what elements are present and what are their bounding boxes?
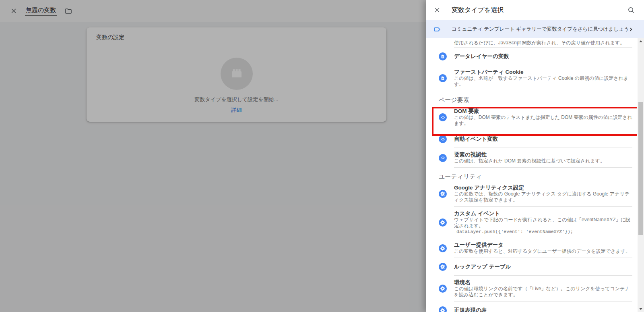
gear-icon: [439, 306, 447, 312]
section-header: ページ要素: [426, 91, 637, 104]
item-title: ファーストパーティ Cookie: [454, 69, 633, 75]
search-icon[interactable]: [626, 5, 636, 15]
item-description: この変数を使用すると、対応するタグにユーザー提供のデータを設定できます。: [454, 248, 633, 254]
item-title: カスタム イベント: [454, 210, 633, 217]
gear-icon: [439, 285, 447, 293]
variable-type-item[interactable]: データレイヤーの変数: [426, 48, 637, 65]
code-icon: [439, 154, 447, 162]
item-description: ウェブサイトで下記のコードが実行されると、この値は「eventNameXYZ」に…: [454, 217, 633, 229]
variable-type-panel: 変数タイプを選択 コミュニティ テンプレート ギャラリーで変数タイプをさらに見つ…: [426, 0, 644, 312]
code-icon: [439, 113, 447, 121]
item-description: 使用されるたびに、JavaScript 関数が実行され、その戻り値が使用されます…: [454, 40, 633, 46]
item-title: ユーザー提供データ: [454, 242, 633, 248]
document-icon: [439, 74, 447, 82]
gear-icon: [439, 263, 447, 271]
item-description: この値は、名前が一致するファーストパーティ Cookie の最初の値に設定されま…: [454, 75, 633, 87]
variable-type-item[interactable]: 要素の視認性この値は、指定された DOM 要素の視認性に基づいて設定されます。: [426, 148, 637, 168]
item-title: DOM 要素: [454, 108, 633, 114]
dim-overlay[interactable]: [0, 0, 426, 312]
panel-header: 変数タイプを選択: [426, 0, 644, 20]
gear-icon: [439, 218, 447, 227]
item-description: この値は、DOM 要素のテキストまたは指定した DOM 要素の属性の値に設定され…: [454, 114, 633, 127]
chevron-right-icon: [628, 26, 634, 33]
item-title: データレイヤーの変数: [454, 53, 633, 60]
document-icon: [439, 52, 447, 60]
scrollbar-thumb[interactable]: [638, 102, 643, 235]
variable-type-item[interactable]: 自動イベント変数: [426, 130, 637, 148]
item-title: 環境名: [454, 279, 633, 286]
item-code: dataLayer.push({'event': 'eventNameXYZ'}…: [454, 229, 633, 235]
variable-type-item[interactable]: カスタム イベントウェブサイトで下記のコードが実行されると、この値は「event…: [426, 207, 637, 238]
panel-title: 変数タイプを選択: [452, 6, 626, 15]
item-description: この値は環境リンクの名前です（「Live」など）。このリンクを使ってコンテナを読…: [454, 286, 633, 298]
gear-icon: [439, 190, 447, 198]
variable-type-item[interactable]: ファーストパーティ Cookieこの値は、名前が一致するファーストパーティ Co…: [426, 65, 637, 91]
scroll-up-button[interactable]: [638, 38, 644, 45]
variable-type-item[interactable]: Google アナリティクス設定この変数では、複数の Google アナリティク…: [426, 181, 637, 207]
gear-icon: [439, 244, 447, 252]
template-gallery-icon: [432, 25, 442, 34]
scroll-down-button[interactable]: [638, 306, 644, 312]
scrollbar[interactable]: [638, 38, 644, 312]
item-title: Google アナリティクス設定: [454, 185, 633, 191]
item-description: この変数では、複数の Google アナリティクス タグに適用する Google…: [454, 191, 633, 203]
variable-type-item[interactable]: 環境名この値は環境リンクの名前です（「Live」など）。このリンクを使ってコンテ…: [426, 276, 637, 302]
template-gallery-banner[interactable]: コミュニティ テンプレート ギャラリーで変数タイプをさらに見つけましょう: [426, 20, 644, 38]
item-title: ルックアップ テーブル: [454, 264, 633, 270]
section-header: ユーティリティ: [426, 168, 637, 181]
main-workspace: 無題の変数 変数の設定 変数タイプを選択して設定を開始... 詳細: [0, 0, 426, 312]
variable-type-item-clipped[interactable]: 使用されるたびに、JavaScript 関数が実行され、その戻り値が使用されます…: [426, 38, 637, 48]
banner-text: コミュニティ テンプレート ギャラリーで変数タイプをさらに見つけましょう: [452, 26, 628, 33]
variable-type-item[interactable]: ユーザー提供データこの変数を使用すると、対応するタグにユーザー提供のデータを設定…: [426, 238, 637, 258]
variable-type-item[interactable]: ルックアップ テーブル: [426, 258, 637, 276]
item-title: 正規表現の表: [454, 307, 633, 312]
variable-type-item[interactable]: DOM 要素この値は、DOM 要素のテキストまたは指定した DOM 要素の属性の…: [426, 104, 637, 130]
variable-type-item[interactable]: 正規表現の表: [426, 302, 637, 312]
variable-type-list: 使用されるたびに、JavaScript 関数が実行され、その戻り値が使用されます…: [426, 38, 637, 312]
close-panel-button[interactable]: [432, 5, 442, 15]
item-description: この値は、指定された DOM 要素の視認性に基づいて設定されます。: [454, 158, 633, 164]
item-title: 要素の視認性: [454, 152, 633, 158]
item-title: 自動イベント変数: [454, 136, 633, 142]
code-icon: [439, 135, 447, 143]
